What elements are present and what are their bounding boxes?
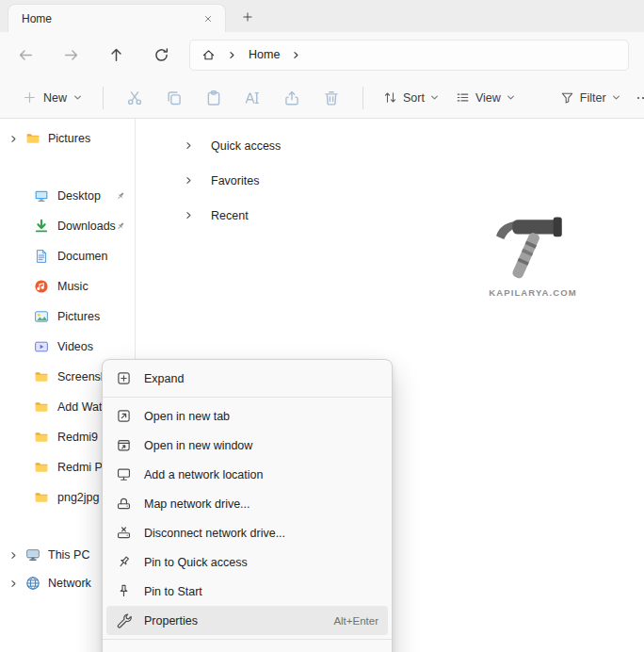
section-label: Recent xyxy=(211,209,249,222)
more-options-button[interactable] xyxy=(629,82,644,114)
menu-item-disconnect-network-drive[interactable]: Disconnect network drive... xyxy=(106,518,388,547)
filter-button[interactable]: Filter xyxy=(552,82,629,114)
pin-icon xyxy=(115,220,126,232)
folder-icon xyxy=(34,369,49,384)
watermark: KAPILARYA.COM xyxy=(473,213,593,298)
address-bar[interactable]: Home xyxy=(189,40,629,71)
section-favorites[interactable]: Favorites xyxy=(185,163,644,198)
tab-home[interactable]: Home xyxy=(8,4,226,32)
copy-icon xyxy=(166,90,183,106)
chevron-right-icon[interactable] xyxy=(185,176,193,185)
command-toolbar: New Sort View xyxy=(0,77,644,119)
sidebar-item-videos[interactable]: Videos xyxy=(0,332,135,362)
tab-close-button[interactable] xyxy=(199,9,217,28)
open-new-tab-icon xyxy=(116,408,132,424)
menu-item-show-more-options[interactable]: Show more options xyxy=(106,644,388,652)
menu-item-expand[interactable]: Expand xyxy=(106,364,388,393)
hammer-icon xyxy=(490,213,576,285)
map-network-drive-icon xyxy=(116,496,132,512)
sidebar-item-music[interactable]: Music xyxy=(0,271,135,302)
sidebar-item-documents[interactable]: Documen xyxy=(0,241,135,271)
sort-icon xyxy=(383,90,397,105)
menu-item-pin-to-start[interactable]: Pin to Start xyxy=(106,577,388,606)
chevron-down-icon xyxy=(73,93,82,102)
tab-bar: Home xyxy=(0,0,644,32)
sidebar-item-label: Pictures xyxy=(48,132,90,145)
new-tab-button[interactable] xyxy=(235,5,260,29)
sidebar-item-label: png2jpg xyxy=(57,491,100,504)
sort-button[interactable]: Sort xyxy=(375,82,447,114)
pictures-icon xyxy=(34,309,49,324)
file-explorer-window: Home Home xyxy=(0,0,644,652)
menu-item-map-network-drive[interactable]: Map network drive... xyxy=(106,489,388,518)
plus-icon xyxy=(242,11,253,23)
view-label: View xyxy=(475,91,501,105)
menu-item-pin-to-quick-access[interactable]: Pin to Quick access xyxy=(106,547,388,577)
menu-item-add-network-location[interactable]: Add a network location xyxy=(106,460,388,489)
sidebar-item-label: Downloads xyxy=(57,220,116,233)
cut-button[interactable] xyxy=(115,82,154,114)
new-button-label: New xyxy=(43,91,67,105)
desktop-icon xyxy=(34,188,49,204)
sidebar-item-downloads[interactable]: Downloads xyxy=(0,211,135,241)
folder-icon xyxy=(34,399,49,415)
refresh-button[interactable] xyxy=(144,38,178,72)
back-button[interactable] xyxy=(8,38,42,72)
sidebar-item-pictures[interactable]: Pictures xyxy=(0,302,135,332)
chevron-down-icon xyxy=(507,93,515,102)
menu-item-properties[interactable]: Properties Alt+Enter xyxy=(106,606,388,635)
rename-button[interactable] xyxy=(233,82,273,114)
open-new-window-icon xyxy=(116,437,132,453)
context-menu: Expand Open in new tab Open in new windo… xyxy=(102,359,393,652)
pin-icon xyxy=(116,583,132,599)
view-button[interactable]: View xyxy=(447,82,523,114)
share-button[interactable] xyxy=(272,82,312,114)
new-button[interactable]: New xyxy=(13,82,91,114)
menu-item-open-new-tab[interactable]: Open in new tab xyxy=(106,401,388,431)
navigation-bar: Home xyxy=(0,32,644,77)
chevron-right-icon[interactable] xyxy=(9,135,18,143)
sidebar-item-label: Pictures xyxy=(57,310,100,323)
watermark-text: KAPILARYA.COM xyxy=(489,287,576,298)
menu-separator xyxy=(103,397,392,398)
chevron-right-icon[interactable] xyxy=(185,141,193,150)
menu-item-label: Add a network location xyxy=(144,468,263,481)
videos-icon xyxy=(34,339,49,354)
folder-icon xyxy=(34,430,49,445)
up-button[interactable] xyxy=(99,38,133,72)
sidebar-item-desktop[interactable]: Desktop xyxy=(0,181,135,211)
chevron-right-icon[interactable] xyxy=(185,211,193,220)
music-icon xyxy=(34,279,49,294)
sidebar-item-label: Documen xyxy=(57,250,108,263)
close-icon xyxy=(203,14,213,24)
downloads-icon xyxy=(34,219,49,234)
explorer-body: Pictures Desktop Downloads Documen Music xyxy=(0,119,644,652)
chevron-down-icon xyxy=(612,93,620,102)
copy-button[interactable] xyxy=(154,82,194,114)
refresh-icon xyxy=(153,47,169,63)
section-quick-access[interactable]: Quick access xyxy=(185,128,644,163)
expand-icon xyxy=(116,370,132,386)
breadcrumb-home[interactable]: Home xyxy=(249,48,280,61)
menu-item-label: Pin to Quick access xyxy=(144,556,248,569)
sidebar-item-pictures-tree[interactable]: Pictures xyxy=(0,124,135,153)
paste-button[interactable] xyxy=(194,82,233,114)
forward-button[interactable] xyxy=(54,38,88,72)
sidebar-item-label: Videos xyxy=(57,340,93,353)
menu-item-open-new-window[interactable]: Open in new window xyxy=(106,431,388,460)
back-arrow-icon xyxy=(18,47,34,63)
section-label: Quick access xyxy=(211,139,281,153)
menu-separator xyxy=(103,639,392,640)
chevron-down-icon xyxy=(430,93,439,102)
toolbar-separator xyxy=(103,87,104,109)
delete-button[interactable] xyxy=(312,82,351,114)
sidebar-item-label: Music xyxy=(57,280,89,293)
menu-item-label: Properties xyxy=(144,614,198,628)
share-icon xyxy=(283,90,300,106)
chevron-right-icon[interactable] xyxy=(9,551,18,560)
this-pc-icon xyxy=(25,547,40,562)
sidebar-item-label: Redmi9 xyxy=(57,431,98,444)
menu-item-label: Map network drive... xyxy=(144,497,250,511)
folder-icon xyxy=(34,460,49,475)
chevron-right-icon[interactable] xyxy=(9,579,18,588)
